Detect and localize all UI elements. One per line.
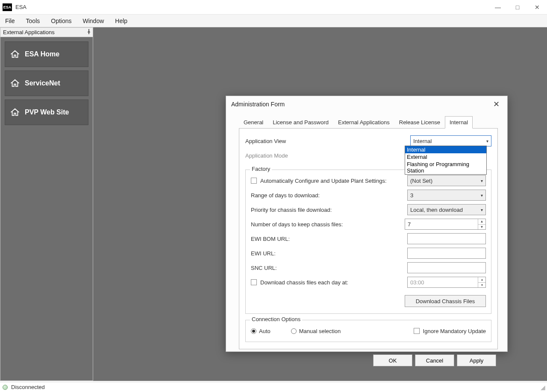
sidebar-header: External Applications xyxy=(0,28,93,37)
priority-download-value: Local, then download xyxy=(410,207,463,213)
manual-selection-label: Manual selection xyxy=(299,328,341,334)
maximize-button[interactable]: □ xyxy=(508,0,527,15)
tab-internal[interactable]: Internal xyxy=(445,116,473,129)
range-of-days-dropdown[interactable]: 3 ▾ xyxy=(407,190,486,201)
factory-legend: Factory xyxy=(250,166,272,172)
status-bar: Disconnected ◢ xyxy=(0,382,547,392)
spinner-down-icon[interactable]: ▼ xyxy=(478,225,485,230)
plant-settings-dropdown[interactable]: (Not Set) ▾ xyxy=(407,175,486,186)
tab-release-license[interactable]: Release License xyxy=(394,116,445,129)
chevron-down-icon: ▾ xyxy=(481,178,483,183)
ignore-mandatory-update-checkbox[interactable] xyxy=(414,328,420,334)
dialog-titlebar: Administration Form ✕ xyxy=(226,96,507,112)
dialog-title: Administration Form xyxy=(231,101,285,108)
sidebar-body: ESA Home ServiceNet PVP Web Site xyxy=(0,37,93,380)
auto-radio[interactable] xyxy=(251,328,256,334)
ewi-bom-url-input[interactable] xyxy=(407,233,486,244)
administration-form-dialog: Administration Form ✕ General License an… xyxy=(226,96,508,352)
range-of-days-value: 3 xyxy=(410,192,413,199)
menu-help[interactable]: Help xyxy=(115,18,127,24)
menu-window[interactable]: Window xyxy=(83,18,104,24)
ok-button[interactable]: OK xyxy=(373,354,412,366)
ewi-url-input[interactable] xyxy=(407,248,486,259)
connection-options-fieldset: Connection Options Auto Manual selection xyxy=(245,320,491,342)
dropdown-option-flashing[interactable]: Flashing or Programming Station xyxy=(405,161,486,174)
connection-options-legend: Connection Options xyxy=(250,316,302,322)
sidebar-item-label: ServiceNet xyxy=(25,79,60,87)
sidebar-item-label: ESA Home xyxy=(25,50,59,58)
ewi-url-label: EWI URL: xyxy=(251,250,407,257)
factory-fieldset: Factory Automatically Configure and Upda… xyxy=(245,170,491,314)
chevron-down-icon: ▾ xyxy=(486,139,488,143)
connection-status-text: Disconnected xyxy=(11,384,45,390)
download-each-day-label: Download chassis files each day at: xyxy=(260,279,407,286)
spinner-up-icon[interactable]: ▲ xyxy=(478,219,485,225)
title-bar: ESA ESA ― □ ✕ xyxy=(0,0,547,15)
workspace: yst Administration Form ✕ General Licens… xyxy=(93,27,547,381)
window-title: ESA xyxy=(15,4,488,10)
snc-url-label: SNC URL: xyxy=(251,265,407,271)
keep-days-spinner[interactable]: 7 ▲▼ xyxy=(405,219,486,230)
minimize-button[interactable]: ― xyxy=(488,0,508,15)
menu-file[interactable]: File xyxy=(5,18,15,24)
ewi-bom-url-label: EWI BOM URL: xyxy=(251,236,407,242)
tab-bar: General License and Password External Ap… xyxy=(239,116,498,129)
pin-icon[interactable] xyxy=(87,29,91,35)
dialog-button-row: OK Cancel Apply xyxy=(239,354,498,366)
connection-status-icon xyxy=(3,385,8,390)
sidebar-title: External Applications xyxy=(3,29,55,35)
snc-url-input[interactable] xyxy=(407,262,486,273)
download-chassis-files-button[interactable]: Download Chassis Files xyxy=(405,295,486,307)
sidebar-item-label: PVP Web Site xyxy=(25,108,69,116)
application-view-dropdown[interactable]: Internal ▾ xyxy=(410,135,491,146)
ignore-mandatory-update-label: Ignore Mandatory Update xyxy=(423,328,486,334)
chevron-down-icon: ▾ xyxy=(481,208,483,212)
download-time-value: 03:00 xyxy=(410,279,424,286)
sidebar-item-pvp-web-site[interactable]: PVP Web Site xyxy=(5,99,88,125)
keep-days-value: 7 xyxy=(408,221,411,228)
priority-download-dropdown[interactable]: Local, then download ▾ xyxy=(407,204,486,215)
dropdown-option-internal[interactable]: Internal xyxy=(405,146,486,153)
resize-grip-icon[interactable]: ◢ xyxy=(541,384,545,391)
application-view-label: Application View xyxy=(245,138,410,144)
priority-download-label: Priority for chassis file download: xyxy=(251,207,407,213)
spinner-down-icon[interactable]: ▾ xyxy=(478,283,485,288)
keep-days-label: Number of days to keep chassis files: xyxy=(251,221,405,228)
close-button[interactable]: ✕ xyxy=(527,0,547,15)
range-of-days-label: Range of days to download: xyxy=(251,192,407,199)
cancel-button[interactable]: Cancel xyxy=(415,354,454,366)
application-view-dropdown-list[interactable]: Internal External Flashing or Programmin… xyxy=(405,146,487,175)
application-view-value: Internal xyxy=(413,138,432,144)
auto-configure-label: Automatically Configure and Update Plant… xyxy=(260,178,407,184)
auto-radio-label: Auto xyxy=(259,328,271,334)
tab-license-and-password[interactable]: License and Password xyxy=(268,116,333,129)
download-each-day-checkbox[interactable] xyxy=(251,279,257,285)
app-icon: ESA xyxy=(3,3,12,11)
home-icon xyxy=(10,50,20,59)
menu-options[interactable]: Options xyxy=(51,18,71,24)
tab-general[interactable]: General xyxy=(239,116,268,129)
auto-configure-checkbox[interactable] xyxy=(251,178,257,184)
menu-bar: File Tools Options Window Help xyxy=(0,15,547,27)
plant-settings-value: (Not Set) xyxy=(410,178,432,184)
dialog-close-button[interactable]: ✕ xyxy=(490,98,502,110)
menu-tools[interactable]: Tools xyxy=(26,18,40,24)
home-icon xyxy=(10,79,20,88)
sidebar-panel: External Applications ESA Home ServiceNe… xyxy=(0,27,93,381)
manual-selection-radio[interactable] xyxy=(291,328,297,334)
home-icon xyxy=(10,108,20,117)
spinner-up-icon[interactable]: ▴ xyxy=(478,277,485,283)
download-time-spinner[interactable]: 03:00 ▴▾ xyxy=(407,277,486,288)
dropdown-option-external[interactable]: External xyxy=(405,153,486,161)
tab-external-applications[interactable]: External Applications xyxy=(333,116,394,129)
apply-button[interactable]: Apply xyxy=(457,354,496,366)
sidebar-item-esa-home[interactable]: ESA Home xyxy=(5,41,88,67)
sidebar-item-servicenet[interactable]: ServiceNet xyxy=(5,70,88,96)
chevron-down-icon: ▾ xyxy=(481,193,483,198)
